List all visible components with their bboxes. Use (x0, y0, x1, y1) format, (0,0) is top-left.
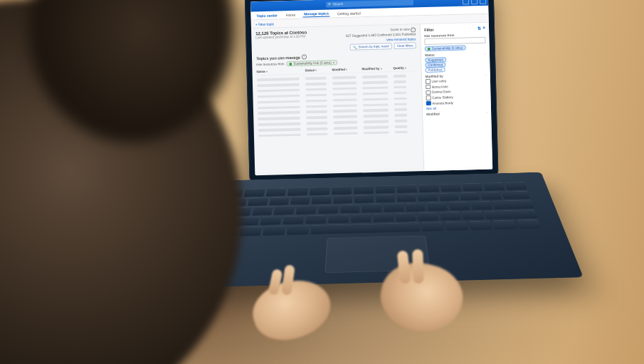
filter-from-label: Has resources from (256, 62, 284, 66)
filter-resources-input[interactable] (424, 37, 485, 45)
sort-icon[interactable]: ⇅ (477, 26, 480, 31)
search-input[interactable]: 🔍 Search (326, 0, 413, 8)
main-content: 12,126 Topics at Contoso Last updated ye… (251, 24, 423, 175)
site-dot-icon (428, 47, 431, 50)
new-topic-button[interactable]: + New topic (255, 21, 274, 26)
filter-modby-label: Modified by (426, 74, 443, 78)
last-updated: Last updated yesterday at 1:20 PM (255, 34, 307, 39)
screen-bezel: 🔍 Search Topic center Home Manage topics… (245, 0, 499, 182)
resource-filter-pill[interactable]: Sustainability Hub (5 sites)× (286, 60, 337, 66)
remove-pill-icon[interactable]: × (333, 61, 335, 64)
keyboard (210, 182, 542, 236)
chevron-down-icon: ▾ (266, 70, 268, 73)
photo-scene: 🔍 Search Topic center Home Manage topics… (0, 0, 644, 364)
filter-modified-label: Modified (426, 112, 440, 115)
filter-status-label: Status (425, 53, 435, 57)
status-pill-published[interactable]: Published (425, 67, 445, 73)
col-modified-by[interactable]: Modified by▾ (361, 66, 387, 71)
laptop: 🔍 Search Topic center Home Manage topics… (202, 0, 542, 339)
maximize-icon[interactable] (471, 0, 477, 4)
col-status[interactable]: Status▾ (305, 68, 326, 73)
filter-title: Filter (424, 27, 434, 31)
col-quality[interactable]: Quality▾ (393, 66, 406, 70)
tab-getting-started[interactable]: Getting started (336, 10, 362, 16)
col-modified[interactable]: Modified▾ (332, 68, 356, 72)
filter-resources-pill[interactable]: Sustainability (5 sites) (425, 45, 466, 51)
search-placeholder: Search (333, 2, 343, 6)
tab-home[interactable]: Home (285, 11, 297, 17)
col-name[interactable]: Name▾ (256, 69, 299, 74)
site-dot-icon (289, 62, 292, 65)
minimize-icon[interactable] (463, 0, 469, 5)
close-icon[interactable] (480, 0, 486, 4)
clear-filters-button[interactable]: Clear filters (394, 42, 416, 49)
filter-panel: Filter ⇅× Has resources from Sustainabil… (420, 23, 492, 172)
close-filter-icon[interactable]: × (482, 26, 485, 31)
table-body (257, 73, 418, 138)
finger (412, 249, 424, 284)
search-by-name-button[interactable]: 🔍 Search by topic name (350, 43, 392, 51)
app-window: 🔍 Search Topic center Home Manage topics… (250, 0, 492, 175)
tab-manage-topics[interactable]: Manage topics (302, 10, 330, 17)
window-controls (463, 0, 486, 5)
info-icon[interactable]: i (302, 54, 307, 59)
site-name[interactable]: Topic center (255, 12, 279, 19)
see-all-link[interactable]: See all (426, 105, 487, 110)
